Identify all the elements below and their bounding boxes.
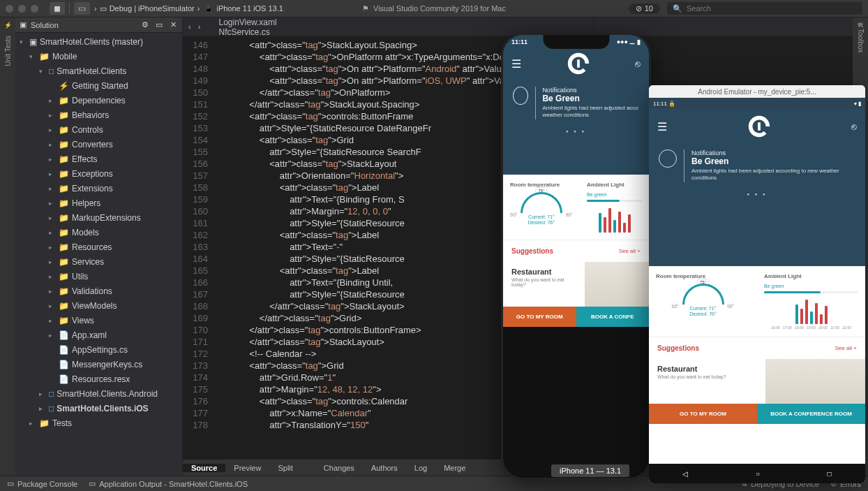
tree-item[interactable]: ▸📁Helpers <box>15 196 182 210</box>
editor-view-tab[interactable]: Source <box>183 464 225 472</box>
tree-item[interactable]: ▸📁Tests <box>15 416 182 430</box>
tree-item[interactable]: ▸📁ViewModels <box>15 298 182 313</box>
tree-item[interactable]: ▸📁Behaviors <box>15 108 182 122</box>
notif-body: Ambient lights had been adjusted acco we… <box>542 105 639 119</box>
page-dots[interactable]: ● ● ● <box>503 125 649 138</box>
cast-icon[interactable]: ⎋ <box>635 59 641 69</box>
iphone-simulator[interactable]: 11:11●●● ⚊ ▮ ☰ ⎋ Notifications Be Green … <box>501 33 651 480</box>
tree-item[interactable]: ▸📁Dependencies <box>15 93 182 108</box>
temp-gauge[interactable]: 75° 60° 90° Current: 71°Desired: 76° <box>672 284 735 318</box>
cast-icon[interactable]: ⎋ <box>851 122 857 132</box>
device-dropdown[interactable]: 📱 iPhone 11 iOS 13.1 <box>204 4 283 13</box>
tree-item[interactable]: ▸📁Models <box>15 225 182 240</box>
unit-tests-pad[interactable]: Unit Tests <box>4 36 12 66</box>
book-conference-button[interactable]: BOOK A CONFE <box>576 307 650 327</box>
pct-slider[interactable] <box>764 291 858 293</box>
tree-item[interactable]: ▸📁Views <box>15 313 182 328</box>
notif-label: Notifications <box>542 87 639 94</box>
layout-button-1[interactable]: ▭ <box>74 2 90 15</box>
window-controls[interactable] <box>6 5 38 13</box>
line-gutter: 146 147 148 149 150 151 152 153 154 155 … <box>183 36 215 459</box>
see-all-link[interactable]: See all + <box>835 345 857 351</box>
solution-root[interactable]: ▾▣SmartHotel.Clients (master) <box>15 34 182 49</box>
tree-item[interactable]: ▾□SmartHotel.Clients <box>15 64 182 78</box>
light-bars <box>587 205 642 233</box>
tree-item[interactable]: ▸📁Utils <box>15 269 182 284</box>
go-to-room-button[interactable]: GO TO MY ROOM <box>503 307 576 327</box>
tree-item[interactable]: ▸□SmartHotel.Clients.iOS <box>15 401 182 416</box>
notif-title: Be Green <box>542 94 639 103</box>
android-emulator[interactable]: Android Emulator - my_device_pie:5... 11… <box>649 85 865 483</box>
tree-item[interactable]: 📄MessengerKeys.cs <box>15 357 182 372</box>
bolt-icon[interactable]: ⚡ <box>4 22 12 29</box>
tree-item[interactable]: ▸📁Services <box>15 254 182 269</box>
hamburger-icon[interactable]: ☰ <box>657 120 667 133</box>
tree-item[interactable]: ▸📁Effects <box>15 152 182 166</box>
errors-pill[interactable]: ⊘10 <box>629 3 660 14</box>
nav-back-forward[interactable]: ‹ › <box>183 17 206 36</box>
pad-close-icon[interactable]: ✕ <box>168 20 178 30</box>
restaurant-sub: What do you want to eat today? <box>511 277 576 287</box>
suggestions-label: Suggestions <box>511 247 553 255</box>
stop-button[interactable]: ◼ <box>50 2 65 15</box>
go-to-room-button[interactable]: GO TO MY ROOM <box>649 404 757 424</box>
recents-icon: □ <box>828 470 832 478</box>
restaurant-title: Restaurant <box>511 268 576 276</box>
leaf-icon <box>513 87 528 105</box>
tree-item[interactable]: ⚡Getting Started <box>15 78 182 93</box>
book-conference-button[interactable]: BOOK A CONFERENCE ROOM <box>757 404 865 424</box>
android-nav-bar[interactable]: ◁○□ <box>649 464 865 483</box>
solution-icon: ▣ <box>20 20 27 29</box>
vcs-tab[interactable]: Authors <box>363 464 406 472</box>
android-window-title: Android Emulator - my_device_pie:5... <box>649 85 865 98</box>
app-output-pad[interactable]: ▭Application Output - SmartHotel.Clients… <box>89 479 248 488</box>
app-title: ⚑Visual Studio Community 2019 for Mac <box>362 4 506 13</box>
main-toolbar: ◼ ▭ › ▭ Debug | iPhoneSimulator › 📱 iPho… <box>0 0 868 17</box>
see-all-link[interactable]: See all + <box>619 248 641 254</box>
build-config-dropdown[interactable]: › ▭ Debug | iPhoneSimulator › <box>94 4 200 13</box>
restaurant-image[interactable] <box>765 359 865 404</box>
back-icon: ◁ <box>682 470 688 478</box>
pad-settings-icon[interactable]: ⚙ <box>140 20 150 30</box>
pad-pin-icon[interactable]: ▭ <box>154 20 164 30</box>
editor-view-tab[interactable]: Split <box>269 464 301 472</box>
pct-slider[interactable] <box>587 200 642 202</box>
tree-item[interactable]: ▾📁Mobile <box>15 49 182 64</box>
android-status-icons: ▾ ▮ <box>854 101 861 107</box>
page-dots[interactable]: ● ● ● <box>649 188 865 200</box>
left-rail: ⚡ Unit Tests <box>0 17 15 476</box>
app-logo <box>746 113 772 140</box>
tree-item[interactable]: 📄AppSettings.cs <box>15 342 182 357</box>
vcs-tab[interactable]: Merge <box>435 464 474 472</box>
signal-wifi-battery-icon: ●●● ⚊ ▮ <box>617 38 641 45</box>
vcs-tab[interactable]: Log <box>406 464 435 472</box>
editor-tab[interactable]: LoginView.xaml <box>206 17 594 27</box>
tree-item[interactable]: ▸📁Controls <box>15 122 182 137</box>
tree-item[interactable]: ▸📄App.xaml <box>15 328 182 342</box>
vcs-tab[interactable]: Changes <box>315 464 363 472</box>
tree-item[interactable]: ▸📁Exceptions <box>15 166 182 181</box>
tree-item[interactable]: 📄Resources.resx <box>15 372 182 386</box>
app-logo <box>565 50 592 77</box>
solution-tree[interactable]: ▾▣SmartHotel.Clients (master) ▾📁Mobile▾□… <box>15 33 182 476</box>
tree-item[interactable]: ▸□SmartHotel.Clients.Android <box>15 386 182 401</box>
light-bars <box>764 296 858 324</box>
tree-item[interactable]: ▸📁MarkupExtensions <box>15 210 182 225</box>
editor-view-tab[interactable]: Preview <box>225 464 269 472</box>
ambient-light-label: Ambient Light <box>587 182 642 188</box>
tree-item[interactable]: ▸📁Extensions <box>15 181 182 196</box>
search-input[interactable]: 🔍 Search <box>667 2 862 15</box>
toolbox-pad[interactable]: Toolbox <box>857 29 865 52</box>
iphone-device-label: iPhone 11 — 13.1 <box>551 464 629 477</box>
tree-item[interactable]: ▸📁Converters <box>15 137 182 152</box>
restaurant-image[interactable] <box>585 262 650 307</box>
hamburger-icon[interactable]: ☰ <box>511 57 521 71</box>
solution-pad-title: Solution <box>31 21 136 29</box>
temp-gauge[interactable]: 75° 60° 90° Current: 71°Desired: 76° <box>510 192 573 227</box>
tree-item[interactable]: ▸📁Resources <box>15 240 182 254</box>
toolbox-icon[interactable]: 🛠 <box>858 22 864 29</box>
search-icon: 🔍 <box>673 4 682 13</box>
package-console-pad[interactable]: ▭Package Console <box>7 479 77 488</box>
tree-item[interactable]: ▸📁Validations <box>15 284 182 298</box>
home-icon: ○ <box>756 470 760 478</box>
